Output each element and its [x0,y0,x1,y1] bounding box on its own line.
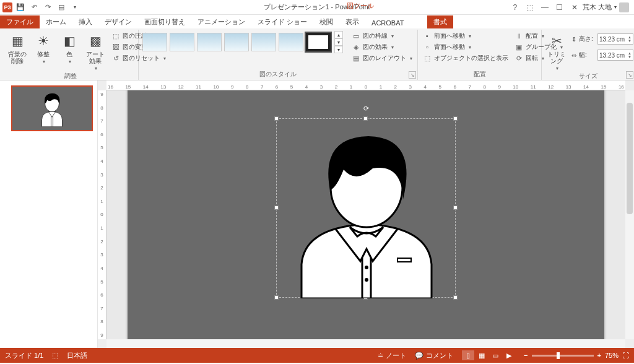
undo-button[interactable]: ↶ [28,2,40,13]
corrections-button[interactable]: ☀ 修整 [32,31,54,64]
minimize-button[interactable]: — [538,1,552,14]
height-field[interactable]: 13.23 cm ▲▼ [597,33,633,45]
tab-home[interactable]: ホーム [40,15,72,28]
slide[interactable]: ⟳ [128,90,604,339]
save-button[interactable]: 💾 [15,2,26,13]
style-thumb[interactable] [142,33,167,51]
maximize-button[interactable]: ☐ [553,1,567,14]
svg-point-1 [365,266,368,269]
crop-button[interactable]: ✂ トリミング [545,31,568,71]
picture-layout-button[interactable]: ▤図のレイアウト [350,53,414,63]
zoom-thumb[interactable] [557,352,560,359]
picture-border-button[interactable]: ▭図の枠線 [350,31,414,41]
group-picture-styles: ▴ ▾ ▾ ▭図の枠線 ◈図の効果 ▤図のレイアウト 図のスタイル ↘ [139,30,418,80]
horizontal-scrollbar[interactable] [106,339,625,348]
customize-qat[interactable]: ▾ [69,2,80,13]
slide-thumbnails-panel[interactable]: 1 [0,80,98,348]
work-area: 1 16151413121110987654321012345678910111… [0,80,634,348]
help-button[interactable]: ? [508,1,522,14]
effects-icon: ◈ [352,43,360,51]
tab-format[interactable]: 書式 [427,15,453,28]
corrections-icon: ☀ [35,32,52,50]
tab-slideshow[interactable]: スライド ショー [251,15,313,28]
spellcheck-icon[interactable]: ⬚ [52,352,58,360]
status-slide[interactable]: スライド 1/1 [5,351,43,360]
style-thumb[interactable] [170,33,194,51]
style-thumb[interactable] [224,33,249,51]
send-backward-button[interactable]: ▫背面へ移動 [422,42,510,52]
vertical-scrollbar[interactable] [625,90,634,339]
border-icon: ▭ [352,32,360,40]
sorter-view-button[interactable]: ▦ [476,350,488,360]
reading-view-button[interactable]: ▭ [489,350,502,360]
gallery-more[interactable]: ▾ [334,46,343,53]
layout-icon: ▤ [352,54,360,63]
comments-button[interactable]: 💬 コメント [415,351,453,360]
width-down[interactable]: ▼ [628,55,632,59]
redo-button[interactable]: ↷ [42,2,53,13]
tab-acrobat[interactable]: ACROBAT [365,17,410,28]
pocket [397,258,411,262]
remove-background-button[interactable]: ▦ 背景の 削除 [6,31,28,64]
artistic-label: アート効果 [84,51,106,64]
gallery-down[interactable]: ▾ [334,38,343,46]
style-thumb[interactable] [251,33,276,51]
zoom-value[interactable]: 75% [605,352,619,359]
width-value: 13.23 cm [599,52,625,59]
forward-icon: ▪ [423,32,432,40]
height-down[interactable]: ▼ [628,39,632,43]
slide-editor[interactable]: 1615141312111098765432101234567891011121… [98,80,634,348]
slide-thumbnail-1[interactable] [11,85,93,131]
scrollbar-thumb[interactable] [627,103,633,214]
style-thumb[interactable] [197,33,222,51]
tab-animations[interactable]: アニメーション [191,15,251,28]
artistic-effects-button[interactable]: ▩ アート効果 [84,31,106,71]
status-language[interactable]: 日本語 [67,351,87,360]
fit-window-button[interactable]: ⛶ [622,352,629,359]
height-icon: ⇕ [571,36,576,43]
picture-effects-button[interactable]: ◈図の効果 [350,42,414,52]
styles-dialog-launcher[interactable]: ↘ [409,71,416,79]
zoom-in-button[interactable]: + [597,352,601,359]
tab-transitions[interactable]: 画面切り替え [138,15,191,28]
picture-content[interactable] [277,119,456,298]
ribbon-options-button[interactable]: ⬚ [523,1,537,14]
remove-bg-label: 背景の 削除 [8,51,27,64]
normal-view-button[interactable]: ▯ [462,350,474,360]
selection-pane-button[interactable]: ⬚オブジェクトの選択と表示 [422,53,510,63]
tab-file[interactable]: ファイル [0,15,40,28]
slideshow-view-button[interactable]: ▶ [503,350,515,360]
window-controls: ? ⬚ — ☐ ✕ 荒木 大地 ▾ [508,1,634,14]
rotate-handle[interactable]: ⟳ [362,104,370,113]
title-bar: P3 💾 ↶ ↷ ▤ ▾ プレゼンテーション1 - PowerPoint 図ツー… [0,0,634,15]
tab-view[interactable]: 表示 [339,15,365,28]
tab-design[interactable]: デザイン [98,15,138,28]
bring-forward-button[interactable]: ▪前面へ移動 [422,31,510,41]
width-field[interactable]: 13.23 cm ▲▼ [597,50,633,61]
zoom-out-button[interactable]: − [524,352,528,359]
remove-bg-icon: ▦ [9,32,26,50]
style-thumb[interactable] [279,33,303,51]
tab-insert[interactable]: 挿入 [72,15,98,28]
group-arrange-label: 配置 [422,69,537,80]
picture-style-gallery[interactable]: ▴ ▾ ▾ [142,31,343,53]
style-thumb-selected[interactable] [306,33,331,51]
zoom-slider[interactable] [532,355,594,357]
color-button[interactable]: ◧ 色 [58,31,80,64]
notes-button[interactable]: ≐ ノート [378,351,406,360]
user-block[interactable]: 荒木 大地 ▾ [583,2,629,12]
close-button[interactable]: ✕ [568,1,581,14]
artistic-icon: ▩ [87,32,104,50]
selection-box[interactable]: ⟳ [276,118,456,298]
view-buttons: ▯ ▦ ▭ ▶ [462,350,515,360]
tab-review[interactable]: 校閲 [313,15,339,28]
gallery-up[interactable]: ▴ [334,31,343,38]
thumb-figure [35,90,69,126]
corrections-label: 修整 [37,51,50,58]
svg-point-2 [365,278,368,282]
start-from-beginning-button[interactable]: ▤ [56,2,67,13]
canvas[interactable]: ⟳ [106,90,625,339]
size-dialog-launcher[interactable]: ↘ [626,71,633,79]
avatar [619,2,629,12]
group-styles-label: 図のスタイル [142,69,414,80]
